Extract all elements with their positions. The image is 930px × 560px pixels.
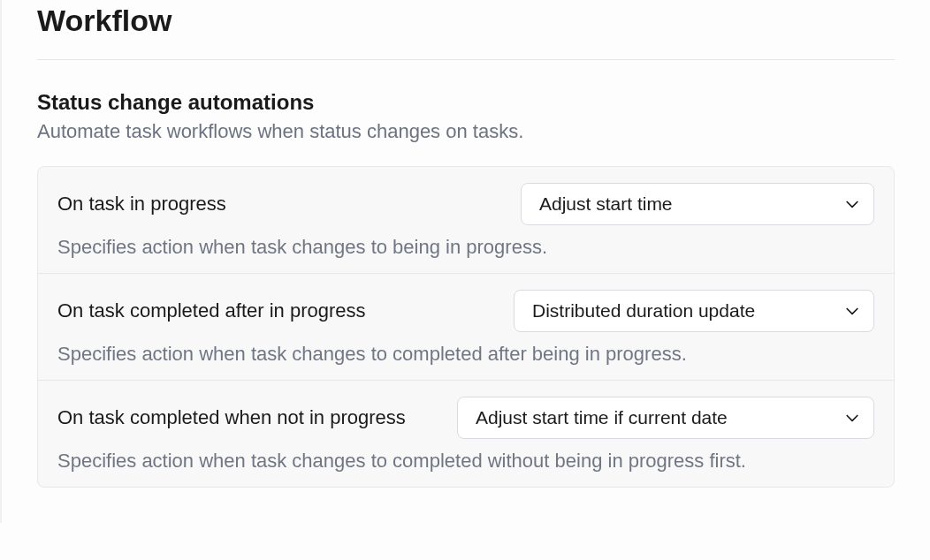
automation-item-completed-after-progress: On task completed after in progress Dist…: [38, 274, 894, 381]
select-value: Adjust start time: [539, 193, 673, 215]
automation-description: Specifies action when task changes to be…: [57, 236, 874, 259]
page-title: Workflow: [37, 0, 895, 60]
chevron-down-icon: [843, 195, 861, 213]
automation-select-in-progress[interactable]: Adjust start time: [521, 183, 874, 225]
select-value: Adjust start time if current date: [476, 407, 728, 428]
automation-description: Specifies action when task changes to co…: [57, 450, 874, 473]
automation-select-completed-not-progress[interactable]: Adjust start time if current date: [457, 397, 874, 439]
automation-item-in-progress: On task in progress Adjust start time Sp…: [38, 167, 894, 274]
section-subtitle: Automate task workflows when status chan…: [37, 120, 895, 143]
automation-label: On task completed after in progress: [57, 299, 366, 322]
chevron-down-icon: [843, 409, 861, 427]
chevron-down-icon: [843, 302, 861, 320]
automation-list: On task in progress Adjust start time Sp…: [37, 166, 895, 488]
automation-row: On task completed when not in progress A…: [57, 397, 874, 439]
workflow-settings-panel: Workflow Status change automations Autom…: [0, 0, 930, 523]
section-title: Status change automations: [37, 90, 895, 115]
automation-description: Specifies action when task changes to co…: [57, 343, 874, 366]
select-value: Distributed duration update: [532, 300, 755, 322]
automation-row: On task completed after in progress Dist…: [57, 290, 874, 332]
automation-item-completed-not-progress: On task completed when not in progress A…: [38, 381, 894, 487]
automation-label: On task in progress: [57, 193, 226, 216]
automation-select-completed-after-progress[interactable]: Distributed duration update: [514, 290, 874, 332]
automation-label: On task completed when not in progress: [57, 406, 406, 429]
automation-row: On task in progress Adjust start time: [57, 183, 874, 225]
